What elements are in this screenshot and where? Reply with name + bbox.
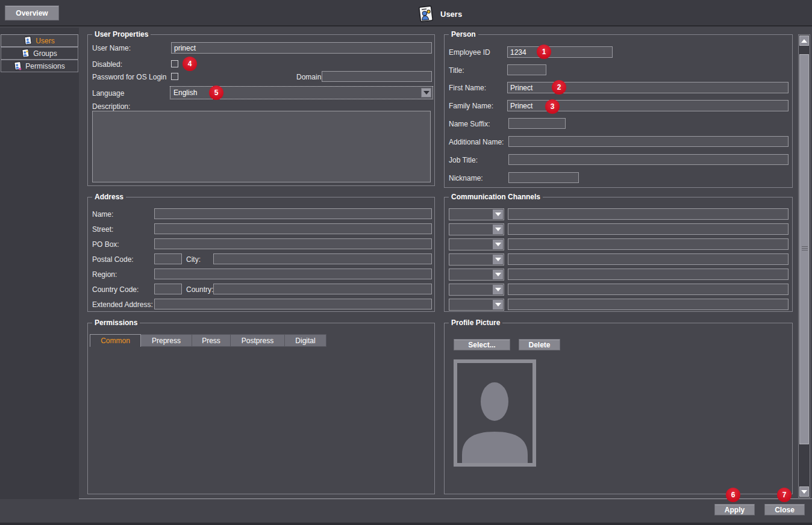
channel-value-input[interactable] [508,253,789,265]
disabled-checkbox[interactable] [171,60,178,67]
sidebar-item-users[interactable]: Users [1,34,78,47]
annotation-badge-5: 5 [209,85,223,100]
tab-digital[interactable]: Digital [285,334,326,347]
sidebar-item-permissions[interactable]: Permissions [1,60,78,72]
chevron-down-icon[interactable] [493,255,503,264]
city-input[interactable] [213,253,432,264]
region-input[interactable] [154,269,432,279]
annotation-badge-7: 7 [777,488,792,502]
scroll-up-icon[interactable] [799,36,809,46]
address-name-input[interactable] [154,208,432,219]
sidebar-item-label: Users [36,37,54,45]
country-code-input[interactable] [154,284,182,294]
language-value: English [173,89,197,97]
channel-type-dropdown[interactable] [449,223,504,235]
title-label: Title: [449,66,464,75]
chevron-down-icon[interactable] [493,300,503,309]
tab-press[interactable]: Press [192,334,231,347]
family-name-label: Family Name: [449,102,493,110]
overview-button[interactable]: Overview [5,5,59,20]
scrollbar-thumb[interactable] [799,54,809,444]
po-box-label: PO Box: [92,240,119,249]
users-admin-window: Overview Users [0,0,812,525]
chevron-down-icon[interactable] [493,270,503,279]
user-card-icon [24,36,32,45]
tab-postpress[interactable]: Postpress [231,334,285,347]
communication-channels-group: Communication Channels [444,197,793,312]
address-group: Address Name: Street: PO Box: Postal Cod… [87,197,435,312]
additional-name-label: Additional Name: [449,138,504,146]
country-code-label: Country Code: [92,285,139,294]
street-label: Street: [92,225,113,234]
channel-value-input[interactable] [508,284,789,295]
domain-label: Domain: [296,73,323,81]
channel-value-input[interactable] [508,269,789,280]
channel-type-dropdown[interactable] [449,284,504,296]
country-input[interactable] [213,284,432,294]
profile-picture-group: Profile Picture Select... Delete [444,323,793,494]
name-suffix-label: Name Suffix: [449,120,490,128]
profile-picture-placeholder [454,359,536,467]
channel-value-input[interactable] [508,223,789,235]
sidebar-item-label: Permissions [25,62,64,70]
employee-id-input[interactable] [507,46,613,58]
delete-picture-button[interactable]: Delete [519,339,560,350]
first-name-input[interactable] [507,82,789,93]
chevron-down-icon[interactable] [421,88,431,98]
chevron-down-icon[interactable] [493,225,503,234]
tab-common[interactable]: Common [90,334,141,347]
chevron-down-icon[interactable] [493,240,503,249]
po-box-input[interactable] [154,238,432,249]
annotation-badge-3: 3 [545,99,560,114]
apply-button[interactable]: Apply [714,504,755,515]
channel-type-dropdown[interactable] [449,253,504,266]
sidebar: Users Groups Permi [0,28,79,500]
vertical-scrollbar[interactable] [798,34,810,498]
person-group: Person Employee ID Title: First Name: Fa… [444,34,793,188]
channel-value-input[interactable] [508,238,789,250]
additional-name-input[interactable] [508,136,789,147]
group-title: Profile Picture [449,318,502,327]
first-name-label: First Name: [449,84,486,92]
tab-prepress[interactable]: Prepress [141,334,192,347]
chevron-down-icon[interactable] [493,285,503,294]
disabled-label: Disabled: [92,60,122,69]
group-title: User Properties [92,30,151,39]
chevron-down-icon[interactable] [493,210,503,219]
password-os-label: Password for OS Login [92,73,166,81]
select-picture-button[interactable]: Select... [454,339,510,350]
title-input[interactable] [507,64,546,75]
sidebar-item-groups[interactable]: Groups [1,47,78,60]
close-button[interactable]: Close [764,504,805,515]
nickname-input[interactable] [508,172,579,183]
channel-type-dropdown[interactable] [449,299,504,311]
annotation-badge-2: 2 [552,80,566,95]
permission-card-icon [14,61,22,70]
group-title: Person [449,30,478,39]
job-title-input[interactable] [508,154,789,165]
description-textarea[interactable] [92,111,431,182]
scroll-down-icon[interactable] [799,486,809,497]
street-input[interactable] [154,223,432,234]
postal-code-input[interactable] [154,253,182,264]
password-os-checkbox[interactable] [171,73,178,80]
country-label: Country: [186,285,213,294]
channel-value-input[interactable] [508,208,789,220]
channel-value-input[interactable] [508,299,789,310]
sidebar-item-label: Groups [33,49,57,58]
annotation-badge-6: 6 [726,488,740,502]
nickname-label: Nickname: [449,174,483,182]
extended-address-input[interactable] [154,299,432,309]
user-name-input[interactable] [171,42,432,54]
extended-address-label: Extended Address: [92,300,153,309]
name-suffix-input[interactable] [508,118,566,129]
channel-type-dropdown[interactable] [449,238,504,250]
group-title: Address [92,193,126,201]
domain-input[interactable] [322,71,432,82]
channel-type-dropdown[interactable] [449,269,504,281]
city-label: City: [186,255,201,264]
channel-type-dropdown[interactable] [449,208,504,220]
group-title: Communication Channels [449,193,543,201]
annotation-badge-1: 1 [537,45,551,59]
permissions-tab-bar: Common Prepress Press Postpress Digital [90,334,326,347]
